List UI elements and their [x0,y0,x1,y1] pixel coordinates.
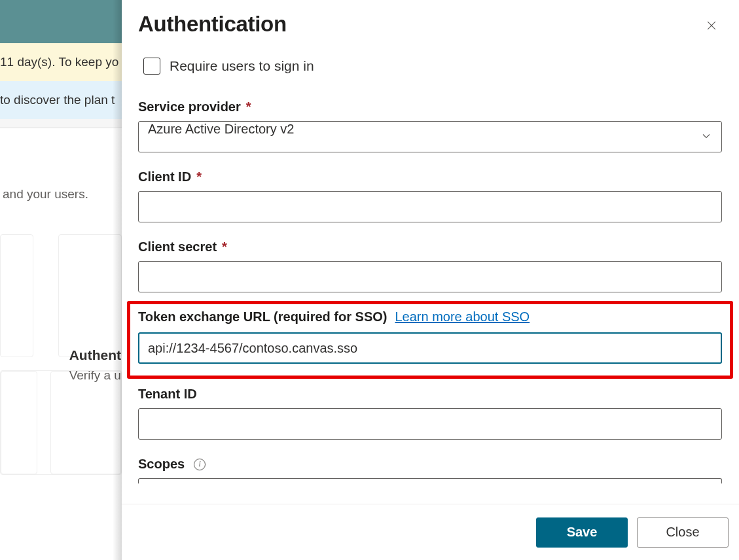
close-panel-button[interactable] [701,16,722,37]
page-backdrop: 11 day(s). To keep yo to discover the pl… [0,0,122,560]
card-subtitle: Verify a u [69,368,121,383]
token-url-label: Token exchange URL (required for SSO) [138,309,387,324]
divider [0,119,122,128]
panel-title: Authentication [138,12,287,37]
scopes-label: Scopes [138,457,185,472]
close-button[interactable]: Close [637,517,729,548]
save-button[interactable]: Save [536,517,628,548]
warning-banner: 11 day(s). To keep yo [0,43,122,81]
required-indicator: * [246,99,251,114]
require-signin-checkbox[interactable] [143,58,160,75]
tenant-id-input[interactable] [138,408,722,440]
tenant-id-label: Tenant ID [138,387,197,402]
client-id-label: Client ID [138,169,191,184]
service-provider-select[interactable]: Azure Active Directory v2 [138,121,722,152]
require-signin-label: Require users to sign in [170,58,314,74]
client-secret-input[interactable] [138,261,722,292]
header-bar [0,0,122,43]
info-banner: to discover the plan t [0,81,122,119]
scopes-input[interactable] [138,478,722,483]
service-provider-label: Service provider [138,99,241,114]
card-row [0,370,122,475]
close-icon [705,19,718,34]
learn-more-sso-link[interactable]: Learn more about SSO [395,309,530,324]
panel-footer: Save Close [122,504,739,560]
client-id-input[interactable] [138,191,722,222]
token-url-highlight: Token exchange URL (required for SSO) Le… [127,301,733,379]
card [0,234,33,357]
client-secret-label: Client secret [138,239,217,254]
required-indicator: * [196,169,202,184]
token-url-input[interactable] [138,332,722,364]
info-icon[interactable]: i [194,459,206,470]
card-title: Authent [69,347,121,363]
page-subtitle: and your users. [0,135,122,201]
required-indicator: * [222,239,227,254]
card: Authent Verify a u [58,234,122,357]
authentication-panel: Authentication Require users to sign in … [122,0,739,560]
